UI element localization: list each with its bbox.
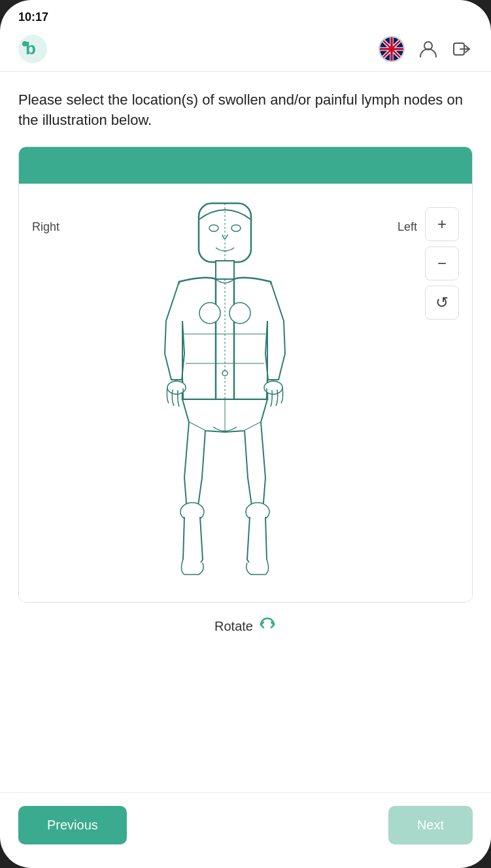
zoom-controls: + − ↺ [425,197,459,320]
body-map-content: Right [19,184,472,602]
status-bar: 10:17 [0,0,491,29]
body-map-header [19,147,472,184]
nav-icons [379,36,473,62]
zoom-out-button[interactable]: − [425,246,459,280]
svg-point-21 [231,225,241,231]
body-illustration[interactable] [82,197,367,576]
bottom-bar: Previous Next [0,792,491,868]
rotate-label: Rotate [214,619,253,634]
time: 10:17 [18,10,48,24]
app-logo: b [18,35,47,63]
question-text: Please select the location(s) of swollen… [18,90,473,131]
top-nav: b [0,29,491,72]
language-flag[interactable] [379,36,405,62]
left-label: Left [375,197,417,234]
svg-point-28 [222,371,228,376]
logout-icon[interactable] [452,39,473,59]
right-label: Right [32,197,74,234]
next-button[interactable]: Next [388,806,473,844]
body-map-container: Right [18,146,473,603]
rotate-icon[interactable] [258,616,277,638]
user-profile-icon[interactable] [418,39,439,59]
svg-point-24 [229,303,250,324]
svg-rect-22 [216,261,234,279]
zoom-reset-button[interactable]: ↺ [425,286,459,320]
phone-shell: 10:17 b [0,0,491,868]
previous-button[interactable]: Previous [18,806,127,844]
svg-point-20 [209,225,218,231]
rotate-row: Rotate [18,603,473,654]
svg-point-23 [199,303,220,324]
content-area: Please select the location(s) of swollen… [0,72,491,792]
svg-text:b: b [25,39,36,58]
zoom-in-button[interactable]: + [425,207,459,241]
